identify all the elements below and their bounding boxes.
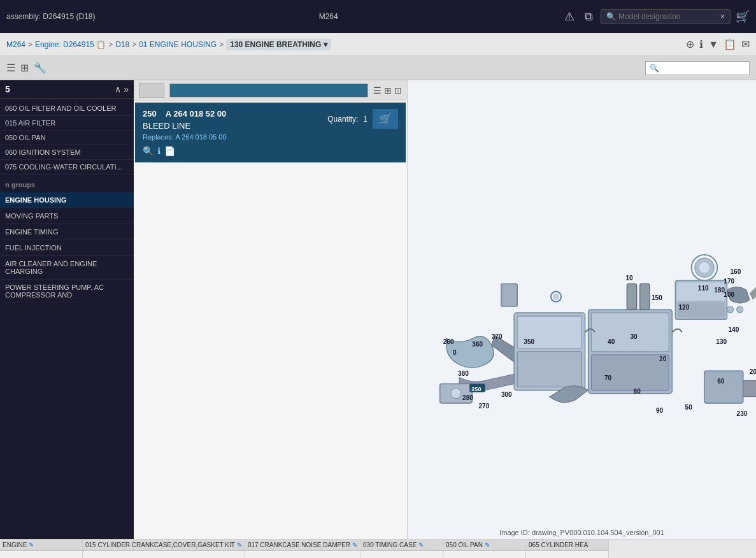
grid-view-icon[interactable]: ⊞ [384, 85, 392, 96]
svg-rect-15 [501, 283, 517, 306]
assembly-label: assembly: D264915 (D18) [6, 12, 95, 21]
copy-button[interactable]: ⧉ [582, 8, 596, 26]
list-view-icon[interactable]: ☰ [373, 85, 382, 96]
sidebar-item-ignition[interactable]: 060 IGNITION SYSTEM [0, 145, 134, 160]
drawing-image-id: Image ID: drawing_PV000.010.104.504_vers… [408, 529, 756, 536]
svg-text:60: 60 [717, 378, 725, 385]
breadcrumb-engine-housing[interactable]: 01 ENGINE HOUSING [139, 40, 217, 49]
external-link-icon-3: ✎ [352, 541, 357, 548]
parts-search-input[interactable] [169, 83, 368, 97]
svg-text:110: 110 [698, 285, 709, 292]
top-bar: assembly: D264915 (D18) M264 ⚠ ⧉ 🔍 × 🛒 [0, 0, 756, 33]
part-item-250[interactable]: 250 A 264 018 52 00 BLEED LINE Replaces:… [135, 103, 406, 162]
drawing-panel: 380 10 260 0 360 370 350 250 280 270 300… [408, 80, 756, 539]
svg-text:380: 380 [458, 370, 469, 377]
thumbnail-timing-case[interactable]: 030 TIMING CASE ✎ [360, 540, 443, 558]
breadcrumb-engine[interactable]: Engine: D264915 📋 [35, 40, 106, 49]
svg-point-23 [737, 306, 743, 313]
sidebar-group-list: ENGINE HOUSING MOVING PARTS ENGINE TIMIN… [0, 192, 134, 539]
zoom-in-button[interactable]: ⊕ [686, 38, 694, 50]
search-clear-icon[interactable]: × [720, 12, 725, 21]
thumbnail-noise-damper[interactable]: 017 CRANKCASE NOISE DAMPER ✎ [245, 540, 360, 558]
info-button[interactable]: ℹ [699, 38, 703, 50]
breadcrumb-sep1: > [28, 40, 32, 49]
sidebar-group-moving-parts[interactable]: MOVING PARTS [0, 208, 134, 224]
thumbnail-cylinder-head-img [526, 551, 608, 558]
model-search-box: 🔍 × [601, 9, 731, 24]
svg-text:270: 270 [478, 403, 489, 410]
svg-text:140: 140 [728, 326, 739, 333]
report-button[interactable]: 📋 [724, 38, 736, 50]
svg-rect-5 [592, 313, 669, 352]
filter-button[interactable]: ▼ [708, 39, 718, 50]
warning-button[interactable]: ⚠ [562, 7, 577, 26]
sidebar-item-air-filter-label: 015 AIR FILTER [5, 119, 55, 127]
tab-icon-wrench[interactable]: 🔧 [34, 62, 46, 74]
svg-text:300: 300 [501, 391, 512, 398]
model-search-input[interactable] [618, 12, 720, 21]
breadcrumb-m264[interactable]: M264 [6, 40, 25, 49]
svg-rect-20 [627, 283, 636, 310]
svg-text:100: 100 [724, 291, 734, 298]
thumbnail-oil-pan-label: 050 OIL PAN ✎ [443, 540, 525, 551]
add-to-cart-button[interactable]: 🛒 [373, 109, 398, 129]
sidebar-item-oil-filter[interactable]: 060 OIL FILTER AND OIL COOLER [0, 101, 134, 116]
search-icon: 🔍 [606, 12, 616, 21]
svg-point-22 [727, 306, 733, 313]
part-number-value: A 264 018 52 00 [166, 109, 227, 118]
part-details-icon[interactable]: ℹ [157, 146, 160, 156]
svg-text:150: 150 [652, 294, 662, 301]
svg-point-12 [699, 262, 710, 273]
part-name: BLEED LINE [143, 121, 227, 131]
part-action-icons: 🔍 ℹ 📄 [143, 146, 398, 156]
thumbnail-crankcase-label: 015 CYLINDER CRANKCASE,COVER,GASKET KIT … [83, 540, 245, 551]
sidebar-group-engine-housing[interactable]: ENGINE HOUSING [0, 192, 134, 208]
external-link-icon: ✎ [29, 541, 34, 548]
svg-text:10: 10 [625, 275, 633, 282]
thumbnail-timing-case-img [360, 551, 443, 558]
sidebar-group-fuel-injection[interactable]: FUEL INJECTION [0, 240, 134, 256]
thumbnail-cylinder-head[interactable]: 065 CYLINDER HEA [526, 540, 609, 558]
tab-icon-list[interactable]: ☰ [6, 62, 15, 74]
sidebar-group-power-steering[interactable]: POWER STEERING PUMP, AC COMPRESSOR AND [0, 280, 134, 303]
svg-text:70: 70 [604, 375, 612, 382]
svg-text:160: 160 [730, 268, 741, 275]
tab-search-input[interactable] [645, 61, 750, 75]
part-position: 250 A 264 018 52 00 [143, 109, 227, 118]
sidebar-item-air-filter[interactable]: 015 AIR FILTER [0, 116, 134, 131]
breadcrumb-active[interactable]: 130 ENGINE BREATHING ▾ [226, 39, 331, 50]
svg-text:120: 120 [678, 304, 689, 311]
thumbnail-oil-pan[interactable]: 050 OIL PAN ✎ [443, 540, 526, 558]
breadcrumb-sep3: > [132, 40, 136, 49]
tab-icon-grid[interactable]: ⊞ [20, 62, 29, 74]
tab-icons: ☰ ⊞ 🔧 [6, 62, 46, 74]
thumbnail-noise-damper-img [245, 551, 360, 558]
breadcrumb-d18[interactable]: D18 [115, 40, 129, 49]
sidebar-arrows: ∧ » [115, 84, 129, 94]
parts-color-swatch [139, 83, 164, 98]
svg-text:170: 170 [724, 278, 734, 285]
sidebar-expand-btn[interactable]: » [124, 84, 129, 94]
expand-view-icon[interactable]: ⊡ [394, 85, 402, 96]
sidebar-item-cooling[interactable]: 075 COOLING-WATER CIRCULATI... [0, 160, 134, 175]
sidebar-group-engine-timing[interactable]: ENGINE TIMING [0, 224, 134, 240]
svg-text:250: 250 [471, 386, 481, 392]
thumbnail-engine[interactable]: ENGINE ✎ [0, 540, 83, 558]
breadcrumb: M264 > Engine: D264915 📋 > D18 > 01 ENGI… [6, 39, 331, 50]
svg-text:130: 130 [716, 338, 727, 345]
email-button[interactable]: ✉ [741, 38, 750, 50]
top-bar-actions: ⚠ ⧉ 🔍 × 🛒 [562, 7, 750, 26]
sidebar-collapse-btn[interactable]: ∧ [115, 84, 121, 94]
part-doc-icon[interactable]: 📄 [164, 146, 175, 156]
sidebar-item-oil-filter-label: 060 OIL FILTER AND OIL COOLER [5, 104, 116, 112]
sidebar-group-air-cleaner[interactable]: AIR CLEANER AND ENGINE CHARGING [0, 256, 134, 280]
part-info-icon[interactable]: 🔍 [143, 146, 153, 156]
thumbnail-engine-img [0, 551, 82, 558]
assembly-info: assembly: D264915 (D18) [6, 12, 95, 21]
svg-text:20: 20 [659, 355, 667, 362]
drawing-area: 380 10 260 0 360 370 350 250 280 270 300… [408, 80, 756, 539]
sidebar-item-oil-pan[interactable]: 050 OIL PAN [0, 131, 134, 145]
cart-icon[interactable]: 🛒 [736, 10, 750, 24]
thumbnail-crankcase[interactable]: 015 CYLINDER CRANKCASE,COVER,GASKET KIT … [83, 540, 245, 558]
svg-text:280: 280 [462, 394, 473, 401]
